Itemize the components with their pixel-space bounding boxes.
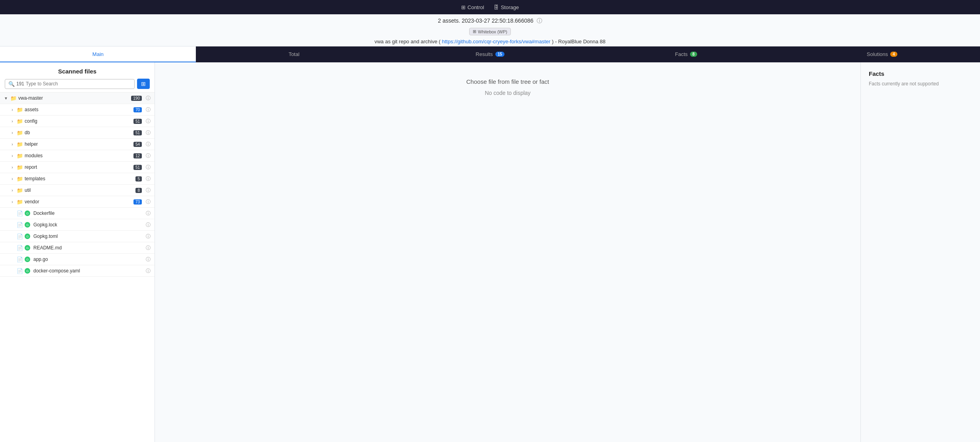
info-icon[interactable]: ⓘ <box>145 210 151 216</box>
filter-button[interactable]: ⊞ <box>137 79 150 89</box>
nav-control-label: Control <box>468 4 484 10</box>
folder-badge: 8 <box>135 188 142 193</box>
tab-facts-badge: 8 <box>690 52 697 57</box>
folder-icon: 📁 <box>17 141 23 147</box>
tree-folder-assets[interactable]: › 📁 assets 70 ⓘ <box>0 104 155 116</box>
info-icon[interactable]: ⓘ <box>145 152 151 159</box>
file-icon: 📄 <box>17 245 23 251</box>
folder-name: vendor <box>25 199 132 205</box>
tree-file-app-go[interactable]: 📄 G app.go ⓘ <box>0 254 155 265</box>
info-icon[interactable]: ⓘ <box>145 176 151 182</box>
scanned-files-title: Scanned files <box>0 62 155 79</box>
tab-results-label: Results <box>476 51 493 57</box>
tab-main-label: Main <box>93 51 104 57</box>
info-icon[interactable]: ⓘ <box>145 129 151 136</box>
tab-total[interactable]: Total <box>196 46 392 62</box>
file-icon: 📄 <box>17 256 23 262</box>
info-icon[interactable]: ⓘ <box>145 141 151 147</box>
tree-folder-util[interactable]: › 📁 util 8 ⓘ <box>0 185 155 196</box>
tree-folder-helper[interactable]: › 📁 helper 54 ⓘ <box>0 139 155 150</box>
folder-icon: 📁 <box>17 129 23 136</box>
folder-icon: 📁 <box>17 176 23 182</box>
file-name: Gopkg.toml <box>33 234 143 239</box>
tree-file-gopkg-toml[interactable]: 📄 G Gopkg.toml ⓘ <box>0 231 155 242</box>
tab-total-label: Total <box>288 51 299 57</box>
search-icon: 🔍 <box>8 81 15 87</box>
tree-file-readme[interactable]: 📄 G README.md ⓘ <box>0 242 155 254</box>
tree-folder-modules[interactable]: › 📁 modules 12 ⓘ <box>0 150 155 162</box>
chevron-right-icon: › <box>10 141 15 147</box>
folder-badge: 51 <box>133 130 142 135</box>
root-folder-name: vwa-master <box>18 95 130 101</box>
green-dot: G <box>25 245 30 251</box>
whitebox-icon: ⊞ <box>473 29 476 34</box>
search-count: 191 <box>16 81 24 87</box>
file-tree: ▼ 📁 vwa-master 190 ⓘ › 📁 assets 70 ⓘ › 📁 <box>0 92 155 442</box>
folder-icon: 📁 <box>17 106 23 113</box>
file-icon: 📄 <box>17 233 23 239</box>
tab-facts[interactable]: Facts 8 <box>588 46 784 62</box>
tab-bar: Main Total Results 15 Facts 8 Solutions … <box>0 46 980 62</box>
tree-file-docker-compose[interactable]: 📄 G docker-compose.yaml ⓘ <box>0 265 155 277</box>
folder-badge: 51 <box>133 119 142 124</box>
file-name: Gopkg.lock <box>33 222 143 228</box>
facts-empty-text: Facts currently are not supported <box>869 81 972 87</box>
info-icon[interactable]: ⓘ <box>145 245 151 251</box>
no-code-text: No code to display <box>485 90 530 96</box>
info-icon[interactable]: ⓘ <box>145 164 151 170</box>
search-input[interactable] <box>26 81 131 87</box>
tab-solutions-badge: 4 <box>890 52 897 57</box>
spacer <box>10 210 15 216</box>
info-icon[interactable]: ⓘ <box>145 199 151 205</box>
assets-text: 2 assets. 2023-03-27 22:50:18.666086 <box>438 17 533 24</box>
left-panel: Scanned files 🔍 191 ⊞ ▼ 📁 vwa-master 190 <box>0 62 155 442</box>
tree-folder-db[interactable]: › 📁 db 51 ⓘ <box>0 127 155 139</box>
root-info-icon[interactable]: ⓘ <box>145 95 151 101</box>
tree-file-gopkg-lock[interactable]: 📄 G Gopkg.lock ⓘ <box>0 219 155 231</box>
chevron-right-icon: › <box>10 164 15 170</box>
folder-name: config <box>25 118 132 124</box>
tree-file-dockerfile[interactable]: 📄 G Dockerfile ⓘ <box>0 208 155 219</box>
folder-name: helper <box>25 141 132 147</box>
folder-name: assets <box>25 107 132 112</box>
tree-root-folder[interactable]: ▼ 📁 vwa-master 190 ⓘ <box>0 93 155 104</box>
spacer <box>10 268 15 274</box>
folder-icon: 📁 <box>17 152 23 159</box>
nav-control[interactable]: ⊞ Control <box>461 4 484 10</box>
info-icon[interactable]: ⓘ <box>145 256 151 262</box>
info-icon[interactable]: ⓘ <box>145 187 151 193</box>
main-content: Scanned files 🔍 191 ⊞ ▼ 📁 vwa-master 190 <box>0 62 980 442</box>
info-icon[interactable]: ⓘ <box>145 106 151 113</box>
tree-folder-templates[interactable]: › 📁 templates 5 ⓘ <box>0 173 155 185</box>
folder-badge: 12 <box>133 153 142 158</box>
repo-line: vwa as git repo and archive ( https://gi… <box>0 39 980 44</box>
whitebox-badge: ⊞ Whitebox (WP) <box>469 28 511 35</box>
repo-text: vwa as git repo and archive ( https://gi… <box>375 39 606 44</box>
info-icon[interactable]: ⓘ <box>145 118 151 124</box>
info-icon[interactable]: ⓘ <box>145 233 151 239</box>
info-icon[interactable]: ⓘ <box>145 222 151 228</box>
folder-badge: 73 <box>133 199 142 205</box>
whitebox-label: Whitebox (WP) <box>478 29 507 34</box>
folder-name: report <box>25 164 132 170</box>
tab-solutions[interactable]: Solutions 4 <box>784 46 980 62</box>
help-icon[interactable]: ⓘ <box>537 17 542 24</box>
info-icon[interactable]: ⓘ <box>145 268 151 274</box>
right-panel: Facts Facts currently are not supported <box>861 62 980 442</box>
facts-title: Facts <box>869 70 972 77</box>
tab-results[interactable]: Results 15 <box>392 46 588 62</box>
tree-folder-config[interactable]: › 📁 config 51 ⓘ <box>0 116 155 127</box>
chevron-right-icon: › <box>10 107 15 112</box>
assets-line: 2 assets. 2023-03-27 22:50:18.666086 ⓘ <box>0 17 980 25</box>
prompt-title: Choose file from file tree or fact <box>466 78 549 85</box>
tab-main[interactable]: Main <box>0 46 196 62</box>
chevron-right-icon: › <box>10 153 15 158</box>
repo-link[interactable]: https://github.com/cqr-cryeye-forks/vwa#… <box>442 39 550 44</box>
nav-storage[interactable]: 🗄 Storage <box>494 4 519 10</box>
tree-folder-vendor[interactable]: › 📁 vendor 73 ⓘ <box>0 196 155 208</box>
chevron-down-icon: ▼ <box>3 95 9 101</box>
tree-folder-report[interactable]: › 📁 report 51 ⓘ <box>0 162 155 173</box>
file-name: Dockerfile <box>33 210 143 216</box>
spacer <box>10 222 15 228</box>
file-name: README.md <box>33 245 143 251</box>
